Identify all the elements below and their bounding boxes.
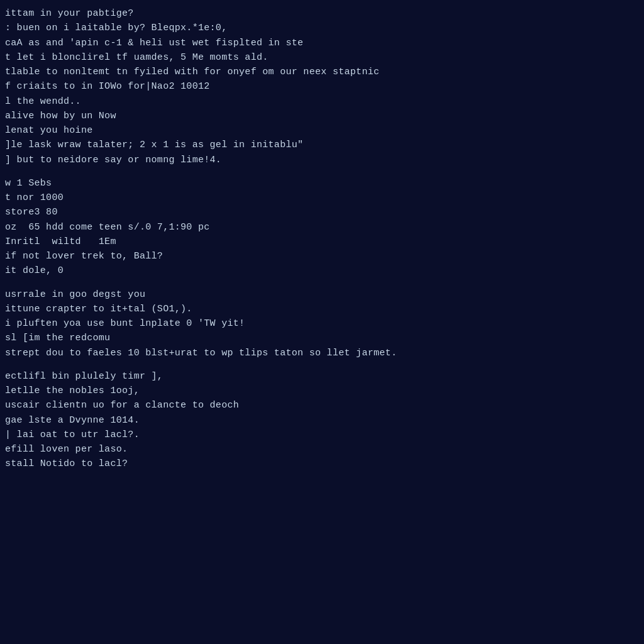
- terminal-line: : buen on i laitable by? Bleqpx.*1e:0,: [5, 21, 639, 35]
- terminal-line: f criaits to in IOWo for|Nao2 10012: [5, 79, 639, 94]
- terminal-line: l the wendd..: [5, 94, 639, 109]
- terminal-line: i pluften yoa use bunt lnplate 0 'TW yit…: [5, 316, 639, 331]
- terminal-line: Inritl wiltd 1Em: [5, 235, 639, 249]
- terminal-line: if not lover trek to, Ball?: [5, 249, 639, 264]
- terminal-line: caA as and 'apin c-1 & heli ust wet fisp…: [5, 36, 639, 50]
- terminal-line: strept dou to faeles 10 blst+urat to wp …: [5, 346, 639, 360]
- terminal-line: ]le lask wraw talater; 2 x 1 is as gel i…: [5, 138, 639, 152]
- terminal-line: efill loven per laso.: [5, 442, 639, 457]
- terminal-line: ittam in your pabtige?: [5, 6, 639, 21]
- terminal-line: store3 80: [5, 205, 639, 219]
- terminal-line: ectlifl bin plulely timr ],: [5, 369, 639, 384]
- terminal-spacer: [5, 279, 639, 287]
- terminal-line: w 1 Sebs: [5, 176, 639, 191]
- terminal-line: sl [im the redcomu: [5, 331, 639, 345]
- terminal-line: uscair clientn uo for a clancte to deoch: [5, 398, 639, 413]
- terminal-spacer: [5, 167, 639, 176]
- terminal-line: letlle the nobles 1ooj,: [5, 384, 639, 398]
- terminal-window: ittam in your pabtige?: buen on i laitab…: [5, 6, 639, 638]
- terminal-line: usrrale in goo degst you: [5, 287, 639, 302]
- terminal-line: ittune crapter to it+tal (SO1,).: [5, 302, 639, 316]
- terminal-line: tlable to nonltemt tn fyiled with for on…: [5, 65, 639, 79]
- terminal-line: it dole, 0: [5, 264, 639, 278]
- terminal-line: t let i blonclirel tf uamdes, 5 Me momts…: [5, 50, 639, 65]
- terminal-line: stall Notido to lacl?: [5, 457, 639, 471]
- terminal-line: oz 65 hdd come teen s/.0 7,1:90 pc: [5, 220, 639, 235]
- terminal-line: gae lste a Dvynne 1014.: [5, 413, 639, 428]
- terminal-spacer: [5, 360, 639, 369]
- terminal-line: | lai oat to utr lacl?.: [5, 428, 639, 442]
- terminal-line: t nor 1000: [5, 191, 639, 205]
- terminal-line: ] but to neidore say or nomng lime!4.: [5, 153, 639, 167]
- terminal-line: alive how by un Now: [5, 109, 639, 123]
- terminal-line: lenat you hoine: [5, 123, 639, 138]
